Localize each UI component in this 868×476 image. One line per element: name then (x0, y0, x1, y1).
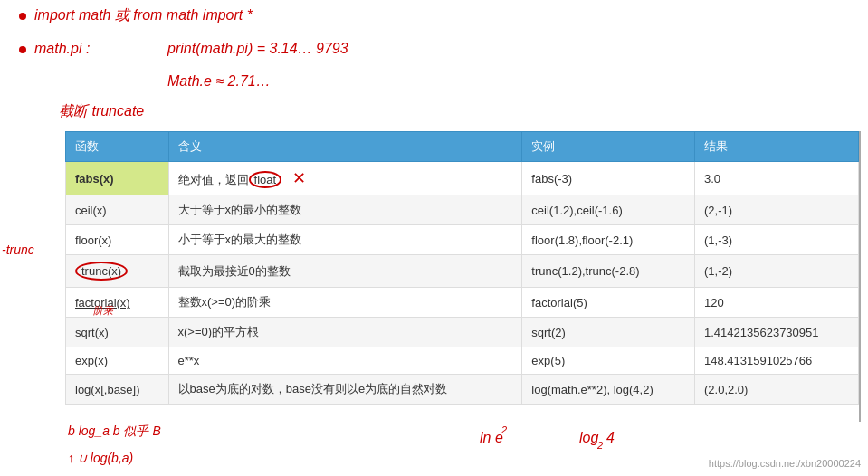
svg-text:log: log (579, 430, 598, 445)
cell-result: 1.4142135623730951 (694, 318, 858, 347)
svg-text:import math  或  from math impo: import math 或 from math import * (34, 7, 253, 23)
col-header-func: 函数 (66, 132, 169, 162)
cell-example: floor(1.8),floor(-2.1) (522, 225, 695, 255)
cell-meaning: 大于等于x的最小的整数 (168, 195, 522, 225)
left-trunc-annotation: -trunc (2, 243, 34, 257)
cell-func: fabs(x) (66, 162, 169, 195)
cell-result: 3.0 (694, 162, 858, 195)
svg-text:math.pi :: math.pi : (34, 41, 90, 56)
svg-text:ln e: ln e (480, 430, 503, 445)
circled-func: trunc(x) (75, 262, 128, 281)
cell-example: exp(5) (522, 347, 695, 375)
cell-example: log(math.e**2), log(4,2) (522, 375, 695, 405)
cell-example: ceil(1.2),ceil(-1.6) (522, 195, 695, 225)
cell-meaning: 截取为最接近0的整数 (168, 255, 522, 288)
cell-result: 148.4131591025766 (694, 347, 858, 375)
cell-meaning: x(>=0)的平方根 (168, 318, 522, 347)
svg-text:4: 4 (606, 430, 615, 445)
svg-text:2: 2 (596, 440, 603, 451)
col-header-result: 结果 (694, 132, 858, 162)
cell-result: (1,-3) (694, 225, 858, 255)
col-header-example: 实例 (522, 132, 695, 162)
cell-meaning: 以base为底的对数，base没有则以e为底的自然对数 (168, 375, 522, 405)
cell-meaning: 整数x(>=0)的阶乘 (168, 288, 522, 318)
cell-result: (2.0,2.0) (694, 375, 858, 405)
svg-point-0 (19, 13, 26, 20)
svg-text:2: 2 (501, 424, 507, 435)
right-border-line (859, 131, 861, 422)
cell-func: log(x[,base]) (66, 375, 169, 405)
table-row: floor(x) 小于等于x的最大的整数 floor(1.8),floor(-2… (66, 225, 859, 255)
watermark: https://blog.csdn.net/xbn20000224 (709, 458, 861, 469)
cell-func: floor(x) (66, 225, 169, 255)
page-container: import math 或 from math import * math.pi… (0, 0, 868, 476)
table-row: trunc(x) 截取为最接近0的整数 trunc(1.2),trunc(-2.… (66, 255, 859, 288)
cell-example: factorial(5) (522, 288, 695, 318)
table-area: 函数 含义 实例 结果 fabs(x) 绝对值，返回float ✕ fabs(-… (65, 131, 859, 422)
cell-func: exp(x) (66, 347, 169, 375)
cell-example: trunc(1.2),trunc(-2.8) (522, 255, 695, 288)
table-row: sqrt(x) x(>=0)的平方根 sqrt(2) 1.41421356237… (66, 318, 859, 347)
col-header-meaning: 含义 (168, 132, 522, 162)
svg-text:截断 truncate: 截断 truncate (59, 103, 144, 119)
svg-text:b log_a b 似乎 B: b log_a b 似乎 B (68, 424, 161, 438)
cell-meaning: 小于等于x的最大的整数 (168, 225, 522, 255)
table-row: factorial(x) 阶乘 整数x(>=0)的阶乘 factorial(5)… (66, 288, 859, 318)
cell-meaning: e**x (168, 347, 522, 375)
table-header-row: 函数 含义 实例 结果 (66, 132, 859, 162)
table-row: ceil(x) 大于等于x的最小的整数 ceil(1.2),ceil(-1.6)… (66, 195, 859, 225)
cell-meaning: 绝对值，返回float ✕ (168, 162, 522, 195)
cell-result: (1,-2) (694, 255, 858, 288)
svg-text:Math.e ≈ 2.71…: Math.e ≈ 2.71… (167, 73, 271, 89)
table-row: fabs(x) 绝对值，返回float ✕ fabs(-3) 3.0 (66, 162, 859, 195)
cell-func: sqrt(x) (66, 318, 169, 347)
cell-func: trunc(x) (66, 255, 169, 288)
cell-result: 120 (694, 288, 858, 318)
cell-example: fabs(-3) (522, 162, 695, 195)
table-row: exp(x) e**x exp(5) 148.4131591025766 (66, 347, 859, 375)
svg-point-2 (19, 46, 26, 53)
cell-func: factorial(x) 阶乘 (66, 288, 169, 318)
svg-text:print(math.pi) = 3.14…  9793: print(math.pi) = 3.14… 9793 (167, 41, 348, 56)
cell-func: ceil(x) (66, 195, 169, 225)
annotation-top: import math 或 from math import * math.pi… (0, 0, 868, 131)
cell-example: sqrt(2) (522, 318, 695, 347)
table-row: log(x[,base]) 以base为底的对数，base没有则以e为底的自然对… (66, 375, 859, 405)
cell-result: (2,-1) (694, 195, 858, 225)
math-functions-table: 函数 含义 实例 结果 fabs(x) 绝对值，返回float ✕ fabs(-… (65, 131, 859, 405)
svg-text:↑ ∪ log(b,a): ↑ ∪ log(b,a) (68, 451, 133, 465)
